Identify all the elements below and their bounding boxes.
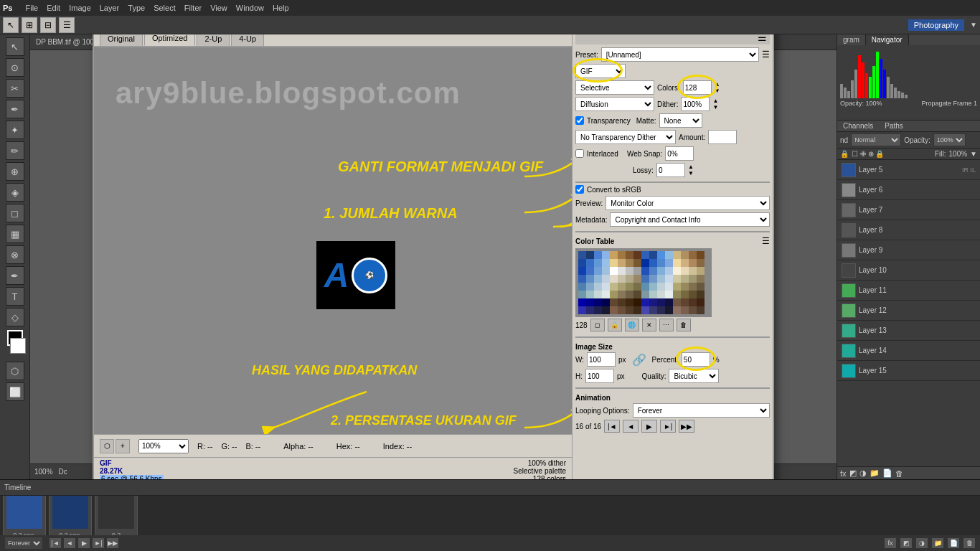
color-cell[interactable]	[610, 298, 618, 306]
color-cell[interactable]	[657, 251, 665, 259]
color-cell[interactable]	[697, 259, 705, 267]
diffusion-select[interactable]: Diffusion	[575, 97, 654, 111]
color-cell[interactable]	[594, 251, 602, 259]
frame-prev[interactable]: ◄	[623, 420, 639, 433]
color-cell[interactable]	[681, 291, 689, 298]
color-cell[interactable]	[610, 291, 618, 298]
color-cell[interactable]	[618, 298, 626, 306]
color-cell[interactable]	[665, 298, 673, 306]
layer-item-11[interactable]: Layer 11	[837, 281, 980, 301]
color-cell[interactable]	[610, 283, 618, 291]
color-cell[interactable]	[649, 251, 657, 259]
tab-paths[interactable]: Paths	[879, 121, 909, 131]
color-cell[interactable]	[586, 306, 594, 314]
color-cell[interactable]	[594, 306, 602, 314]
color-cell[interactable]	[665, 275, 673, 283]
menu-image[interactable]: Image	[69, 4, 91, 12]
dither-down[interactable]: ▼	[712, 104, 718, 110]
color-cell[interactable]	[602, 259, 610, 267]
layer-item-5[interactable]: Layer 5 IR IL	[837, 160, 980, 180]
color-cell[interactable]	[649, 298, 657, 306]
color-cell[interactable]	[657, 283, 665, 291]
matte-select[interactable]: None	[659, 113, 702, 128]
percent-input[interactable]	[682, 352, 710, 367]
menu-edit[interactable]: Edit	[47, 4, 60, 12]
color-cell[interactable]	[673, 306, 681, 314]
color-cell[interactable]	[578, 259, 586, 267]
color-cell[interactable]	[618, 283, 626, 291]
color-cell[interactable]	[586, 267, 594, 275]
tl-del[interactable]: 🗑	[963, 537, 976, 549]
dither-arrows[interactable]: ▲ ▼	[712, 98, 718, 110]
color-cell[interactable]	[594, 291, 602, 298]
color-cell[interactable]	[697, 291, 705, 298]
tl-adj[interactable]: ◑	[915, 537, 928, 549]
transparency-checkbox[interactable]	[575, 116, 584, 125]
interlaced-checkbox[interactable]	[575, 149, 584, 158]
color-cell[interactable]	[649, 283, 657, 291]
frame-play[interactable]: ▶	[641, 420, 657, 433]
color-cell[interactable]	[633, 267, 641, 275]
adjustment-button[interactable]: ◑	[859, 468, 867, 478]
ct-btn-options[interactable]: ⋯	[659, 319, 674, 331]
color-cell[interactable]	[618, 275, 626, 283]
color-cell[interactable]	[633, 298, 641, 306]
color-cell[interactable]	[633, 275, 641, 283]
color-cell[interactable]	[578, 306, 586, 314]
color-cell[interactable]	[578, 291, 586, 298]
group-button[interactable]: 📁	[870, 468, 880, 478]
tool-heal[interactable]: ✦	[6, 121, 24, 139]
lossy-up[interactable]: ▲	[688, 164, 694, 170]
color-cell[interactable]	[641, 259, 649, 267]
selective-select[interactable]: Selective	[575, 80, 654, 95]
color-cell[interactable]	[626, 283, 633, 291]
color-cell[interactable]	[665, 283, 673, 291]
color-cell[interactable]	[586, 259, 594, 267]
tl-fx[interactable]: fx	[884, 537, 897, 549]
fx-button[interactable]: fx	[840, 469, 847, 478]
color-cell[interactable]	[633, 283, 641, 291]
layer-item-13[interactable]: Layer 13	[837, 321, 980, 341]
color-cell[interactable]	[641, 283, 649, 291]
tool-history[interactable]: ◈	[6, 183, 24, 202]
menu-file[interactable]: File	[25, 4, 38, 12]
tool-dodge[interactable]: ⊗	[6, 245, 24, 264]
lossy-arrows[interactable]: ▲ ▼	[688, 164, 694, 176]
toolbar-options3[interactable]: ☰	[59, 17, 75, 33]
tool-clone[interactable]: ⊕	[6, 162, 24, 181]
colors-up[interactable]: ▲	[715, 81, 720, 88]
color-cell[interactable]	[673, 275, 681, 283]
color-cell[interactable]	[641, 275, 649, 283]
color-cell[interactable]	[657, 291, 665, 298]
color-cell[interactable]	[641, 306, 649, 314]
menu-view[interactable]: View	[210, 4, 227, 12]
right-panel-tab[interactable]: Photography	[908, 19, 964, 31]
format-select[interactable]: GIF JPEG PNG-8	[575, 64, 626, 78]
color-cell[interactable]	[681, 306, 689, 314]
tool-eyedrop[interactable]: ✒	[6, 100, 24, 118]
settings-menu-icon[interactable]: ☰	[758, 34, 767, 43]
layer-item-15[interactable]: Layer 15	[837, 361, 980, 381]
color-cell[interactable]	[689, 291, 697, 298]
color-cell[interactable]	[665, 251, 673, 259]
menu-window[interactable]: Window	[236, 4, 264, 12]
tab-optimized[interactable]: Optimized	[144, 34, 196, 46]
preview-icon1[interactable]: ⬡	[100, 439, 114, 453]
color-cell[interactable]	[594, 283, 602, 291]
color-cell[interactable]	[594, 259, 602, 267]
color-cell[interactable]	[689, 283, 697, 291]
tl-prev[interactable]: ◄	[63, 537, 76, 549]
layer-item-14[interactable]: Layer 14	[837, 341, 980, 361]
color-cell[interactable]	[626, 275, 633, 283]
lossy-down[interactable]: ▼	[688, 170, 694, 176]
colors-down[interactable]: ▼	[715, 88, 720, 94]
color-cell[interactable]	[649, 306, 657, 314]
color-cell[interactable]	[673, 259, 681, 267]
color-cell[interactable]	[673, 267, 681, 275]
color-cell[interactable]	[626, 267, 633, 275]
color-cell[interactable]	[673, 298, 681, 306]
color-cell[interactable]	[697, 251, 705, 259]
convert-srgb-checkbox[interactable]	[575, 185, 584, 194]
color-cell[interactable]	[681, 298, 689, 306]
color-cell[interactable]	[689, 298, 697, 306]
